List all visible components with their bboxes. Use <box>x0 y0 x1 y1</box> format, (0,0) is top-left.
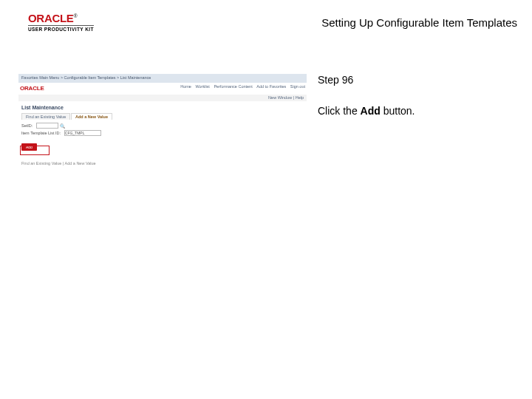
component-title: List Maintenance <box>21 105 307 110</box>
instruction-before: Click the <box>318 105 361 117</box>
top-nav-worklist[interactable]: Worklist <box>195 84 209 89</box>
app-header-row: ORACLE Home Worklist Performance Content… <box>18 83 307 95</box>
top-nav-performance[interactable]: Performance Content <box>214 84 252 89</box>
breadcrumb-bar: Favorites Main Menu > Configurable Item … <box>18 74 307 83</box>
page-title: Setting Up Configurable Item Templates <box>321 16 517 29</box>
breadcrumb: Favorites Main Menu > Configurable Item … <box>21 75 151 80</box>
instruction-after: button. <box>381 105 415 117</box>
instruction-panel: Step 96 Click the Add button. <box>318 74 510 117</box>
brand-name: ORACLE® <box>28 12 94 24</box>
setid-row: SetID: 🔍 <box>21 123 307 129</box>
tab-bar: Find an Existing Value Add a New Value <box>21 113 307 120</box>
tab-find-existing[interactable]: Find an Existing Value <box>21 113 70 120</box>
subnav-bar: New Window | Help <box>18 95 307 101</box>
top-nav-favorites[interactable]: Add to Favorites <box>256 84 286 89</box>
setid-label: SetID: <box>21 123 33 128</box>
template-id-label: Item Template List ID: <box>21 131 61 135</box>
footer-links[interactable]: Find an Existing Value | Add a New Value <box>21 161 307 166</box>
top-nav-signout[interactable]: Sign out <box>290 84 305 89</box>
setid-lookup-icon[interactable]: 🔍 <box>60 123 65 129</box>
tab-add-new[interactable]: Add a New Value <box>71 113 112 120</box>
add-button[interactable]: Add <box>21 143 37 151</box>
template-id-row: Item Template List ID: CFG_TMPL <box>21 130 307 136</box>
template-id-input[interactable]: CFG_TMPL <box>64 130 101 136</box>
instruction-bold: Add <box>361 105 381 117</box>
subnav-links[interactable]: New Window | Help <box>268 95 304 100</box>
brand-subtitle: USER PRODUCTIVITY KIT <box>28 25 94 32</box>
top-nav-home[interactable]: Home <box>180 84 191 89</box>
instruction-text: Click the Add button. <box>318 105 510 117</box>
brand-name-text: ORACLE <box>28 12 74 24</box>
brand-block: ORACLE® USER PRODUCTIVITY KIT <box>28 12 94 32</box>
top-nav: Home Worklist Performance Content Add to… <box>177 84 305 89</box>
step-label: Step 96 <box>318 74 510 86</box>
add-form: SetID: 🔍 Item Template List ID: CFG_TMPL <box>21 123 307 136</box>
app-logo: ORACLE <box>20 85 44 92</box>
app-screenshot: Favorites Main Menu > Configurable Item … <box>18 74 307 177</box>
setid-input[interactable] <box>36 123 58 129</box>
